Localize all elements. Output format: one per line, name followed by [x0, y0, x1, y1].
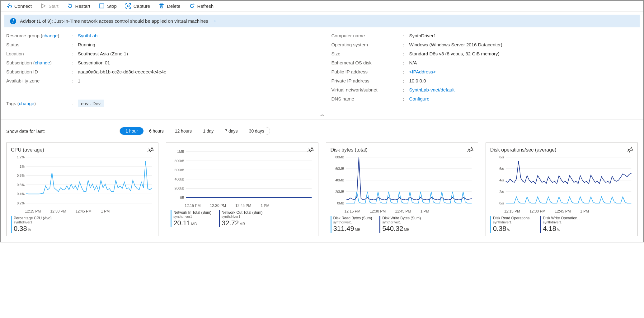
start-button: Start: [40, 3, 59, 9]
subscription-id-value: aaaa0a0a-bb1b-cc2c-dd3d-eeeeee4e4e4e: [75, 69, 313, 74]
change-resource-group-link[interactable]: change: [42, 33, 58, 38]
svg-text:40MB: 40MB: [335, 178, 344, 182]
public-ip-link[interactable]: <IPAddress>: [409, 69, 436, 74]
chart-plot: 0/s2/s4/s6/s8/s: [490, 155, 633, 208]
chart-stat: Network Out Total (Sum) synthdriver1 32.…: [219, 210, 262, 227]
size-value: Standard D8s v3 (8 vcpus, 32 GiB memory): [406, 51, 638, 56]
pin-icon[interactable]: [627, 147, 633, 154]
chart-plot: 0MB20MB40MB60MB80MB: [331, 155, 473, 208]
connect-button[interactable]: Connect: [6, 3, 32, 9]
chart-stat: Disk Write Bytes (Sum) synthdriver1 540.…: [379, 216, 421, 233]
svg-text:800kB: 800kB: [175, 159, 184, 163]
time-range-1-hour[interactable]: 1 hour: [120, 127, 143, 135]
dns-configure-link[interactable]: Configure: [409, 96, 430, 101]
svg-text:0B: 0B: [180, 196, 184, 199]
subscription-label: Subscription (change): [6, 60, 72, 65]
chart-stat: Percentage CPU (Avg) synthdriver1 0.38%: [11, 216, 52, 233]
refresh-icon: [189, 3, 195, 9]
availability-zone-value: 1: [75, 78, 313, 83]
resource-group-label: Resource group (change): [6, 33, 72, 38]
change-tags-link[interactable]: change: [19, 101, 34, 106]
capture-icon: [125, 3, 131, 9]
svg-text:60MB: 60MB: [335, 167, 344, 171]
subscription-id-label: Subscription ID: [6, 69, 72, 74]
chart-card: Disk bytes (total)0MB20MB40MB60MB80MB12:…: [326, 143, 478, 236]
chart-stat: Disk Read Operations... synthdriver1 0.3…: [490, 216, 533, 233]
time-range-30-days[interactable]: 30 days: [243, 127, 270, 135]
svg-point-1: [127, 5, 129, 7]
delete-label: Delete: [167, 3, 180, 9]
pin-icon[interactable]: [148, 147, 154, 154]
advisor-text: Advisor (1 of 9): Just-In-Time network a…: [20, 18, 217, 24]
change-subscription-link[interactable]: change: [35, 60, 50, 65]
start-icon: [40, 3, 46, 9]
delete-button[interactable]: Delete: [159, 3, 180, 9]
svg-text:6/s: 6/s: [499, 167, 504, 171]
svg-text:200kB: 200kB: [175, 186, 184, 190]
chart-stat: Disk Read Bytes (Sum) synthdriver1 311.4…: [331, 216, 372, 233]
capture-label: Capture: [134, 3, 150, 9]
essentials-section: Resource group (change) : SynthLab Statu…: [1, 27, 643, 112]
svg-text:4/s: 4/s: [499, 178, 504, 182]
connect-icon: [6, 3, 12, 9]
advisor-banner[interactable]: i Advisor (1 of 9): Just-In-Time network…: [4, 15, 640, 27]
private-ip-label: Private IP address: [331, 78, 403, 83]
dns-label: DNS name: [331, 96, 403, 101]
pin-icon[interactable]: [308, 147, 314, 154]
connect-label: Connect: [14, 3, 32, 9]
size-label: Size: [331, 51, 403, 56]
stop-button[interactable]: Stop: [99, 3, 117, 9]
chart-card: Disk operations/sec (average)0/s2/s4/s6/…: [486, 143, 638, 236]
pin-icon[interactable]: [467, 147, 473, 154]
private-ip-value: 10.0.0.0: [406, 78, 638, 83]
time-range-1-day[interactable]: 1 day: [197, 127, 219, 135]
svg-text:80MB: 80MB: [335, 155, 344, 159]
computer-name-label: Computer name: [331, 33, 403, 38]
location-label: Location: [6, 51, 72, 56]
time-range-12-hours[interactable]: 12 hours: [169, 127, 197, 135]
subscription-link[interactable]: Subscription 01: [78, 60, 110, 65]
delete-icon: [159, 3, 164, 9]
status-label: Status: [6, 42, 72, 47]
status-value: Running: [75, 42, 313, 47]
capture-button[interactable]: Capture: [125, 3, 150, 9]
chart-card: CPU (average)0.2%0.4%0.6%0.8%1%1.2%12:15…: [6, 143, 158, 236]
svg-text:1%: 1%: [20, 165, 25, 168]
svg-text:1MB: 1MB: [177, 150, 185, 153]
svg-text:400kB: 400kB: [175, 177, 184, 181]
chart-plot: 0B200kB400kB600kB800kB1MB: [171, 149, 313, 202]
x-axis-ticks: 12:15 PM12:30 PM12:45 PM1 PM: [331, 209, 473, 213]
info-icon: i: [10, 18, 16, 24]
svg-text:1.2%: 1.2%: [17, 155, 25, 159]
availability-zone-label: Availability zone: [6, 78, 72, 83]
x-axis-ticks: 12:15 PM12:30 PM12:45 PM1 PM: [490, 209, 633, 213]
advisor-arrow-icon[interactable]: →: [209, 18, 217, 24]
refresh-button[interactable]: Refresh: [189, 3, 214, 9]
svg-text:0.8%: 0.8%: [17, 174, 25, 177]
x-axis-ticks: 12:15 PM12:30 PM12:45 PM1 PM: [171, 203, 313, 208]
show-data-label: Show data for last:: [6, 129, 45, 134]
x-axis-ticks: 12:15 PM12:30 PM12:45 PM1 PM: [11, 209, 154, 213]
chart-title: Disk bytes (total): [331, 147, 473, 153]
chart-card: 0B200kB400kB600kB800kB1MB12:15 PM12:30 P…: [166, 143, 318, 236]
start-label: Start: [49, 3, 59, 9]
time-range-selector: 1 hour 6 hours 12 hours 1 day 7 days 30 …: [120, 127, 270, 135]
svg-text:20MB: 20MB: [335, 190, 344, 194]
svg-text:2/s: 2/s: [499, 190, 504, 194]
restart-label: Restart: [75, 3, 90, 9]
chart-title: Disk operations/sec (average): [490, 147, 633, 153]
restart-button[interactable]: Restart: [67, 3, 90, 9]
time-range-6-hours[interactable]: 6 hours: [143, 127, 169, 135]
os-value: Windows (Windows Server 2016 Datacenter): [406, 42, 638, 47]
collapse-essentials-button[interactable]: ︽: [1, 112, 643, 119]
tags-label: Tags (change): [6, 101, 72, 106]
resource-group-link[interactable]: SynthLab: [78, 33, 97, 38]
svg-text:0MB: 0MB: [337, 201, 344, 205]
chart-plot: 0.2%0.4%0.6%0.8%1%1.2%: [11, 155, 154, 208]
tag-pill[interactable]: env : Dev: [78, 100, 104, 107]
svg-text:0.6%: 0.6%: [17, 183, 25, 187]
time-range-7-days[interactable]: 7 days: [219, 127, 243, 135]
vnet-label: Virtual network/subnet: [331, 87, 403, 92]
vnet-link[interactable]: SynthLab-vnet/default: [409, 87, 455, 92]
svg-text:0.4%: 0.4%: [17, 192, 25, 196]
